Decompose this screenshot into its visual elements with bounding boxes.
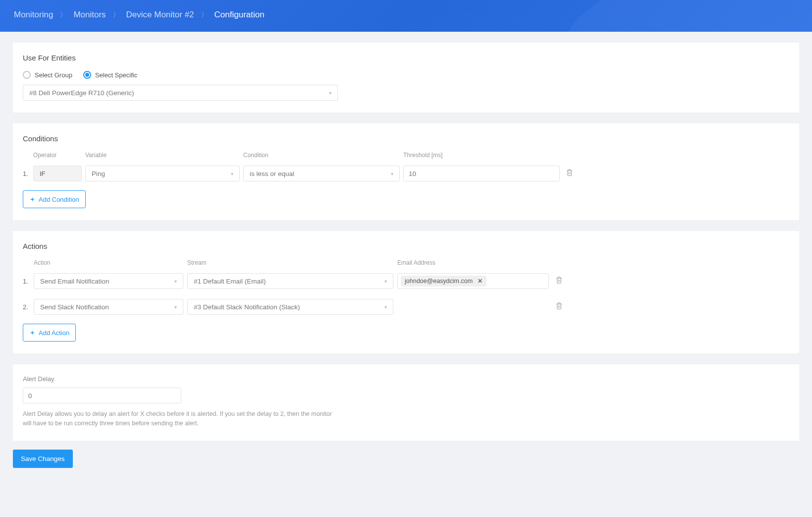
action-select[interactable]: Send Email Notification ▾: [34, 273, 183, 289]
col-threshold: Threshold [ms]: [403, 152, 560, 159]
chevron-down-icon: ▾: [384, 304, 387, 310]
add-action-label: Add Action: [39, 329, 69, 337]
col-email: Email Address: [397, 259, 549, 266]
condition-row: 1. IF Ping ▾ is less or equal ▾: [23, 166, 789, 181]
chevron-down-icon: ▾: [231, 171, 233, 176]
actions-title: Actions: [23, 242, 789, 250]
chevron-right-icon: 〉: [113, 10, 119, 19]
radio-select-group[interactable]: Select Group: [23, 71, 72, 79]
row-number: 2.: [23, 303, 30, 311]
breadcrumb-configuration: Configuration: [215, 10, 265, 20]
variable-value: Ping: [92, 170, 105, 177]
stream-select[interactable]: #3 Default Slack Notification (Slack) ▾: [187, 299, 393, 315]
chevron-right-icon: 〉: [201, 10, 208, 19]
conditions-title: Conditions: [23, 134, 789, 143]
col-operator: Operator: [33, 152, 82, 159]
breadcrumb-monitors[interactable]: Monitors: [73, 10, 106, 20]
stream-value: #1 Default Email (Email): [194, 278, 266, 285]
stream-value: #3 Default Slack Notification (Slack): [194, 303, 300, 311]
action-row: 1. Send Email Notification ▾ #1 Default …: [23, 273, 789, 289]
email-tag: johndoe@easydcim.com ✕: [401, 276, 487, 287]
plus-icon: ＋: [29, 195, 36, 204]
variable-select[interactable]: Ping ▾: [85, 166, 240, 181]
trash-icon: [555, 276, 563, 284]
add-condition-label: Add Condition: [39, 196, 79, 203]
email-tag-text: johndoe@easydcim.com: [405, 278, 473, 285]
entities-panel: Use For Entities Select Group Select Spe…: [13, 43, 799, 113]
trash-icon: [566, 169, 573, 176]
delete-action-button[interactable]: [553, 302, 565, 312]
threshold-input[interactable]: [403, 166, 560, 181]
col-variable: Variable: [85, 152, 240, 159]
delete-condition-button[interactable]: [563, 169, 575, 179]
delete-action-button[interactable]: [553, 276, 565, 287]
actions-panel: Actions Action Stream Email Address 1. S…: [13, 231, 799, 353]
save-button[interactable]: Save Changes: [13, 450, 73, 468]
radio-icon: [23, 71, 31, 79]
entities-title: Use For Entities: [23, 54, 789, 62]
row-number: 1.: [23, 278, 30, 285]
radio-label: Select Specific: [95, 71, 137, 79]
radio-select-specific[interactable]: Select Specific: [83, 71, 137, 79]
action-row: 2. Send Slack Notification ▾ #3 Default …: [23, 299, 789, 315]
condition-select[interactable]: is less or equal ▾: [243, 166, 400, 181]
email-tag-input[interactable]: johndoe@easydcim.com ✕: [397, 273, 549, 289]
condition-value: is less or equal: [250, 170, 294, 177]
entity-select-value: #8 Dell PowerEdge R710 (Generic): [29, 89, 134, 97]
chevron-down-icon: ▾: [174, 304, 177, 310]
entity-select[interactable]: #8 Dell PowerEdge R710 (Generic) ▾: [23, 85, 338, 101]
chevron-down-icon: ▾: [174, 279, 177, 284]
chevron-down-icon: ▾: [329, 90, 331, 96]
delay-panel: Alert Delay Alert Delay allows you to de…: [13, 364, 799, 441]
chevron-down-icon: ▾: [391, 171, 393, 176]
conditions-panel: Conditions Operator Variable Condition T…: [13, 123, 799, 220]
chevron-right-icon: 〉: [60, 10, 66, 19]
action-value: Send Email Notification: [40, 278, 109, 285]
row-number: 1.: [23, 170, 30, 177]
action-value: Send Slack Notification: [40, 303, 109, 311]
header: Monitoring 〉 Monitors 〉 Device Monitor #…: [0, 0, 812, 32]
col-stream: Stream: [187, 259, 393, 266]
trash-icon: [555, 302, 563, 310]
breadcrumb-device-monitor[interactable]: Device Monitor #2: [126, 10, 194, 20]
stream-select[interactable]: #1 Default Email (Email) ▾: [187, 273, 393, 289]
operator-box: IF: [33, 166, 82, 181]
breadcrumb-monitoring[interactable]: Monitoring: [14, 10, 53, 20]
delay-help-text: Alert Delay allows you to delay an alert…: [23, 409, 340, 429]
breadcrumb: Monitoring 〉 Monitors 〉 Device Monitor #…: [14, 10, 798, 20]
delay-title: Alert Delay: [23, 375, 789, 383]
radio-label: Select Group: [35, 71, 72, 79]
remove-tag-button[interactable]: ✕: [478, 278, 483, 285]
chevron-down-icon: ▾: [384, 279, 387, 284]
delay-input[interactable]: [23, 388, 181, 403]
action-select[interactable]: Send Slack Notification ▾: [34, 299, 183, 315]
add-condition-button[interactable]: ＋ Add Condition: [23, 190, 86, 208]
entities-radios: Select Group Select Specific: [23, 71, 789, 79]
plus-icon: ＋: [29, 328, 36, 337]
radio-icon: [83, 71, 91, 79]
col-condition: Condition: [243, 152, 400, 159]
col-action: Action: [34, 259, 183, 266]
add-action-button[interactable]: ＋ Add Action: [23, 324, 76, 342]
